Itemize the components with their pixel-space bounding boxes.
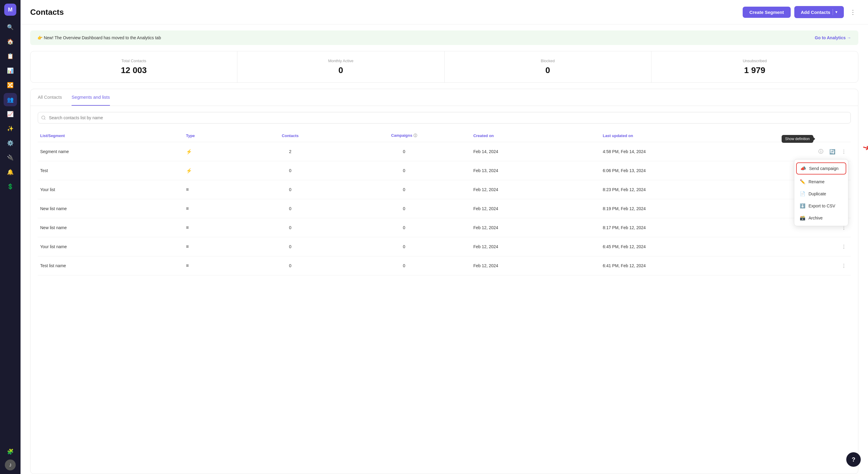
banner-message: New! The Overview Dashboard has moved to…	[44, 35, 161, 40]
cell-campaigns: 0	[337, 199, 471, 218]
more-row-actions[interactable]: ⋮	[839, 261, 848, 270]
stat-unsubscribed: Unsubscribed 1 979	[651, 51, 858, 83]
table-row: Your list ≡ 0 0 Feb 12, 2024 8:23 PM, Fe…	[38, 180, 851, 199]
add-contacts-button[interactable]: Add Contacts ▾	[794, 6, 844, 18]
stat-value-blocked: 0	[452, 65, 644, 75]
stat-label-blocked: Blocked	[452, 59, 644, 63]
stat-value-monthly: 0	[245, 65, 437, 75]
tab-all-contacts[interactable]: All Contacts	[38, 89, 62, 106]
button-divider	[833, 9, 833, 15]
archive-label: Archive	[808, 216, 823, 220]
context-menu-wrapper: Show definition ⓘ	[816, 147, 826, 156]
sidebar-item-analytics[interactable]: 📊	[4, 64, 17, 77]
type-icon: ≡	[186, 244, 189, 249]
sidebar-item-campaigns[interactable]: 📋	[4, 50, 17, 63]
cell-name: Your list name	[38, 237, 184, 256]
cell-last-updated: 8:19 PM, Feb 12, 2024	[600, 199, 808, 218]
type-icon: ⚡	[186, 149, 192, 154]
more-row-actions[interactable]: ⋮ ➜ 📣 Send campaign ✏️ Rename	[839, 147, 848, 156]
cell-last-updated: 6:41 PM, Feb 12, 2024	[600, 256, 808, 275]
col-created-on: Created on	[471, 129, 600, 142]
show-definition-button[interactable]: ⓘ	[816, 147, 826, 156]
context-menu-send-campaign[interactable]: 📣 Send campaign	[796, 162, 846, 175]
sidebar-item-search[interactable]: 🔍	[4, 21, 17, 34]
banner-emoji: 👉	[37, 35, 42, 40]
table-row: Test list name ≡ 0 0 Feb 12, 2024 6:41 P…	[38, 256, 851, 275]
sidebar-item-plugin[interactable]: 🧩	[4, 445, 17, 458]
table-row: New list name ≡ 0 0 Feb 12, 2024 8:19 PM…	[38, 199, 851, 218]
context-menu-duplicate[interactable]: 📄 Duplicate	[794, 188, 848, 200]
info-banner: 👉 New! The Overview Dashboard has moved …	[30, 31, 858, 45]
send-campaign-label: Send campaign	[809, 166, 838, 171]
table-row: Your list name ≡ 0 0 Feb 12, 2024 6:45 P…	[38, 237, 851, 256]
cell-type: ≡	[184, 237, 243, 256]
cell-campaigns: 0	[337, 218, 471, 237]
sidebar-item-notifications[interactable]: 🔔	[4, 165, 17, 179]
type-icon: ⚡	[186, 168, 192, 173]
search-input[interactable]	[38, 112, 851, 124]
cell-campaigns: 0	[337, 256, 471, 275]
type-icon: ≡	[186, 263, 189, 268]
cell-created-on: Feb 14, 2024	[471, 142, 600, 161]
col-type: Type	[184, 129, 243, 142]
table-row: New list name ≡ 0 0 Feb 12, 2024 8:17 PM…	[38, 218, 851, 237]
go-to-analytics-label: Go to Analytics	[815, 35, 846, 40]
refresh-icon[interactable]: 🔄	[828, 147, 837, 156]
cell-last-updated: 6:06 PM, Feb 13, 2024	[600, 161, 808, 180]
cell-campaigns: 0	[337, 161, 471, 180]
cell-last-updated: 8:23 PM, Feb 12, 2024	[600, 180, 808, 199]
sidebar-item-billing[interactable]: 💲	[4, 180, 17, 193]
type-icon: ≡	[186, 206, 189, 211]
cell-name: Segment name	[38, 142, 184, 161]
type-icon: ≡	[186, 187, 189, 192]
more-options-button[interactable]: ⋮	[847, 7, 858, 18]
sidebar-item-contacts[interactable]: 👥	[4, 93, 17, 106]
sidebar-item-chart[interactable]: 📈	[4, 107, 17, 121]
search-container	[31, 106, 858, 129]
cell-contacts: 0	[243, 256, 337, 275]
export-label: Export to CSV	[808, 203, 835, 208]
cell-name: Test list name	[38, 256, 184, 275]
stat-monthly-active: Monthly Active 0	[238, 51, 444, 83]
sidebar-item-home[interactable]: 🏠	[4, 35, 17, 48]
tab-segments-and-lists[interactable]: Segments and lists	[71, 89, 110, 106]
user-avatar[interactable]: J	[5, 460, 16, 470]
send-campaign-icon: 📣	[800, 166, 806, 171]
cell-created-on: Feb 13, 2024	[471, 161, 600, 180]
cell-name: Test	[38, 161, 184, 180]
app-logo: M	[4, 4, 16, 16]
sidebar-item-share[interactable]: 🔀	[4, 78, 17, 92]
page-header: Contacts Create Segment Add Contacts ▾ ⋮	[21, 0, 868, 25]
row-actions: Show definition ⓘ 🔄 ⋮ ➜ 📣 Send campaign	[811, 147, 848, 156]
stat-label-total: Total Contacts	[38, 59, 230, 63]
cell-contacts: 0	[243, 237, 337, 256]
cell-contacts: 0	[243, 199, 337, 218]
stat-value-total: 12 003	[38, 65, 230, 75]
cell-campaigns: 0	[337, 142, 471, 161]
create-segment-button[interactable]: Create Segment	[743, 7, 790, 18]
type-icon: ≡	[186, 225, 189, 230]
cell-campaigns: 0	[337, 237, 471, 256]
help-button[interactable]: ?	[846, 452, 861, 467]
context-menu-rename[interactable]: ✏️ Rename	[794, 176, 848, 188]
cell-contacts: 0	[243, 161, 337, 180]
table-row: Test ⚡ 0 0 Feb 13, 2024 6:06 PM, Feb 13,…	[38, 161, 851, 180]
more-row-actions[interactable]: ⋮	[839, 242, 848, 251]
go-to-analytics-link[interactable]: Go to Analytics →	[815, 35, 851, 40]
cell-type: ≡	[184, 199, 243, 218]
cell-last-updated: 4:58 PM, Feb 14, 2024	[600, 142, 808, 161]
col-contacts: Contacts	[243, 129, 337, 142]
cell-name: New list name	[38, 199, 184, 218]
sidebar-item-magic[interactable]: ✨	[4, 122, 17, 135]
sidebar-item-settings[interactable]: ⚙️	[4, 136, 17, 150]
col-campaigns: Campaigns ⓘ	[337, 129, 471, 142]
table-container: List/Segment Type Contacts Campaigns ⓘ C…	[31, 129, 858, 283]
cell-created-on: Feb 12, 2024	[471, 237, 600, 256]
context-menu-export-csv[interactable]: ⬇️ Export to CSV	[794, 200, 848, 212]
row-actions: ⋮	[811, 261, 848, 270]
sidebar-item-integrations[interactable]: 🔌	[4, 151, 17, 164]
context-menu-archive[interactable]: 🗃️ Archive	[794, 212, 848, 224]
cell-contacts: 2	[243, 142, 337, 161]
chevron-down-icon[interactable]: ▾	[835, 10, 837, 14]
stat-label-monthly: Monthly Active	[245, 59, 437, 63]
